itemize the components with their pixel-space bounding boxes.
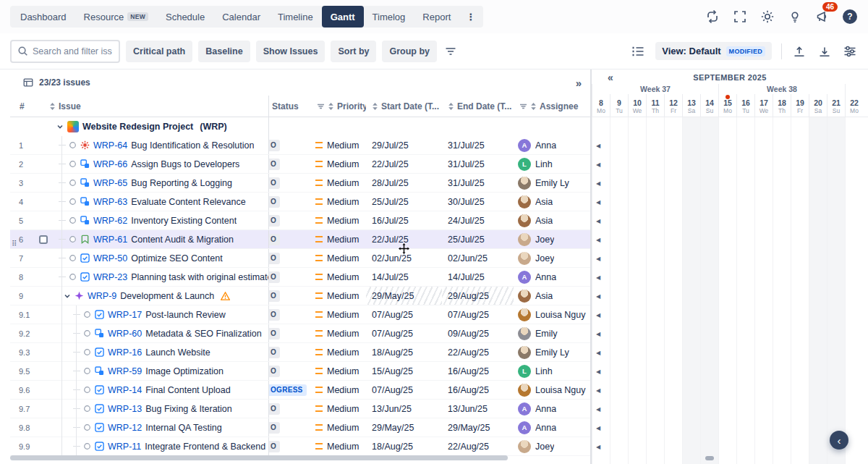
priority-cell[interactable]: Medium [311,159,366,169]
issue-key-link[interactable]: WRP-63 [93,197,127,207]
table-row[interactable]: ⠿6WRP-61Content Audit & MigrationOMedium… [10,230,590,249]
assignee-cell[interactable]: Emily [514,327,590,340]
issue-key-link[interactable]: WRP-59 [108,366,142,376]
status-lozenge[interactable]: O [269,253,280,264]
scroll-to-bar-arrow[interactable]: ◀ [596,218,600,224]
table-row[interactable]: 9WRP-9Development & LaunchOMedium29/May/… [10,287,590,305]
start-date-cell[interactable]: 07/Aug/25 [366,305,442,324]
start-date-cell[interactable]: 22/Jul/25 [366,155,442,173]
issue-key-link[interactable]: WRP-16 [108,347,142,358]
scroll-to-bar-arrow[interactable]: ◀ [596,368,600,375]
issue-key-link[interactable]: WRP-14 [108,385,142,395]
status-lozenge[interactable]: O [269,159,280,170]
view-selector[interactable]: View: Default MODIFIED [655,42,772,60]
table-row[interactable]: 9.2WRP-60Metadata & SEO FinalizationOMed… [10,324,590,343]
status-lozenge[interactable]: O [269,215,280,227]
critical-path-button[interactable]: Critical path [126,41,192,62]
priority-cell[interactable]: Medium [311,404,366,414]
assignee-cell[interactable]: AAnna [514,271,590,284]
assignee-cell[interactable]: Louisa Nguy [514,308,590,321]
start-date-cell[interactable]: 15/Aug/25 [366,362,442,380]
assignee-cell[interactable]: Louisa Nguy [514,384,590,397]
status-lozenge[interactable]: O [269,271,280,283]
view-icon[interactable] [630,43,646,59]
tab-dashboard[interactable]: Dashboard [12,6,75,28]
project-row[interactable]: Website Redesign Project(WRP) [10,117,590,136]
end-date-cell[interactable]: 16/Aug/25 [442,381,514,399]
table-row[interactable]: 9.3WRP-16Launch WebsiteOMedium18/Aug/252… [10,343,590,362]
start-date-cell[interactable]: 29/Jul/25 [366,136,442,154]
start-date-cell[interactable]: 25/Jul/25 [366,193,442,211]
status-lozenge[interactable]: O [269,422,280,434]
status-lozenge[interactable]: O [269,234,280,245]
start-date-cell[interactable]: 18/Aug/25 [366,343,442,361]
filter-lines-icon[interactable] [443,43,459,59]
export-icon[interactable] [817,43,833,59]
issue-key-link[interactable]: WRP-9 [88,291,116,301]
priority-cell[interactable]: Medium [311,329,366,339]
assignee-cell[interactable]: AAnna [514,402,590,416]
scroll-to-bar-arrow[interactable]: ◀ [596,350,600,356]
assignee-cell[interactable]: Asia [514,290,590,303]
priority-cell[interactable]: Medium [311,310,366,320]
assignee-cell[interactable]: Emily Ly [514,177,590,190]
end-date-cell[interactable]: 09/Aug/25 [442,324,514,342]
sort-by-button[interactable]: Sort by [331,41,376,62]
priority-cell[interactable]: Medium [311,347,366,358]
baseline-button[interactable]: Baseline [198,41,250,62]
issue-key-link[interactable]: WRP-61 [93,235,127,245]
horizontal-scrollbar[interactable] [10,455,508,460]
column-header-issue[interactable]: Issue [39,96,269,117]
import-icon[interactable] [791,43,807,59]
issue-key-link[interactable]: WRP-17 [108,310,142,320]
priority-cell[interactable]: Medium [311,442,366,452]
end-date-cell[interactable]: 31/Jul/25 [442,155,514,173]
start-date-cell[interactable]: 29/May/25 [366,418,442,436]
table-row[interactable]: 9.9WRP-11Integrate Frontend & BackendOMe… [10,437,590,456]
issue-key-link[interactable]: WRP-50 [93,253,127,263]
end-date-cell[interactable]: 31/Jul/25 [442,136,514,154]
show-issues-button[interactable]: Show Issues [256,41,326,62]
row-checkbox[interactable] [39,235,48,244]
tab-timelog[interactable]: Timelog [364,6,414,28]
status-lozenge[interactable]: O [269,196,280,208]
issue-key-link[interactable]: WRP-64 [93,140,127,151]
table-row[interactable]: 9.1WRP-17Post-launch ReviewOMedium07/Aug… [10,305,590,324]
end-date-cell[interactable]: 25/Jul/25 [442,230,514,248]
priority-cell[interactable]: Medium [311,197,366,207]
assignee-cell[interactable]: Joey [514,440,590,453]
status-lozenge[interactable]: O [269,366,280,377]
end-date-cell[interactable]: 16/Aug/25 [442,362,514,380]
issue-key-link[interactable]: WRP-65 [93,178,127,188]
start-date-cell[interactable]: 14/Jul/25 [366,268,442,286]
scroll-to-bar-arrow[interactable]: ◀ [596,274,600,281]
status-lozenge[interactable]: O [269,140,280,151]
status-lozenge[interactable]: O [269,309,280,321]
assignee-cell[interactable]: LLinh [514,158,590,171]
scroll-to-bar-arrow[interactable]: ◀ [596,237,600,243]
assignee-cell[interactable]: Asia [514,195,590,208]
tab-schedule[interactable]: Schedule [157,6,213,28]
column-header-priority[interactable]: Priority [311,96,366,117]
table-row[interactable]: 9.8WRP-12Internal QA TestingOMedium29/Ma… [10,418,590,437]
table-row[interactable]: 5WRP-62Inventory Existing ContentOMedium… [10,211,590,230]
end-date-cell[interactable]: 31/Jul/25 [442,174,514,192]
tab-timeline[interactable]: Timeline [269,6,322,28]
scroll-to-bar-arrow[interactable]: ◀ [596,312,600,319]
end-date-cell[interactable]: 30/Jul/25 [442,193,514,211]
priority-cell[interactable]: Medium [311,140,366,151]
status-lozenge[interactable]: O [269,177,280,189]
collapse-table-fab[interactable]: ‹ [830,431,848,450]
tab-report[interactable]: Report [414,6,459,28]
table-row[interactable]: 9.6WRP-14Final Content UploadOGRESSMediu… [10,381,590,400]
priority-cell[interactable]: Medium [311,366,366,376]
column-header-start-date-t[interactable]: Start Date (T... [366,96,442,117]
start-date-cell[interactable]: 18/Aug/25 [366,437,442,455]
scroll-to-bar-arrow[interactable]: ◀ [596,444,600,450]
table-row[interactable]: 8WRP-23Planning task with original estim… [10,268,590,287]
tab-gantt[interactable]: Gantt [322,6,364,28]
lightbulb-icon[interactable] [787,9,803,25]
priority-cell[interactable]: Medium [311,253,366,263]
start-date-cell[interactable]: 28/Jul/25 [366,174,442,192]
status-lozenge[interactable]: O [269,347,280,358]
